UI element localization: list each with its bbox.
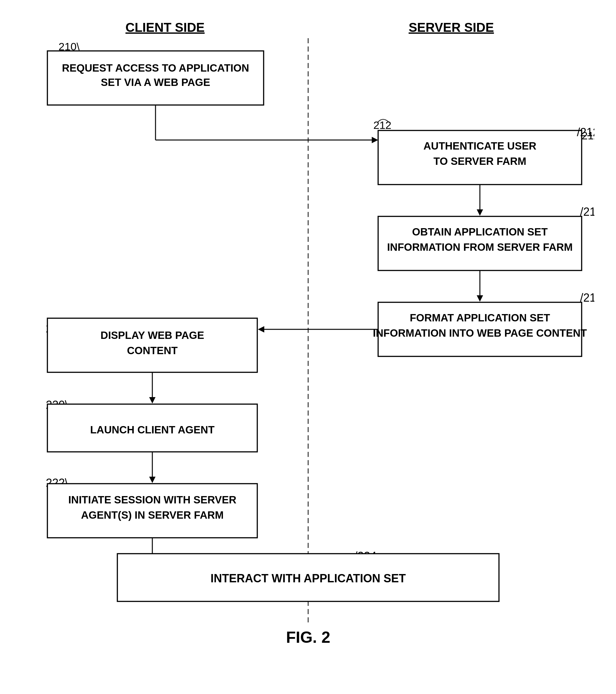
text-212-line2: TO SERVER FARM: [433, 155, 526, 167]
client-side-header: CLIENT SIDE: [125, 20, 205, 34]
text-220: LAUNCH CLIENT AGENT: [90, 424, 214, 436]
step-label-212: /212: [577, 126, 594, 139]
arrowhead-to-212: [372, 137, 378, 143]
text-224: INTERACT WITH APPLICATION SET: [210, 572, 406, 585]
diagram-container: CLIENT SIDE SERVER SIDE 210\ REQUEST ACC…: [22, 13, 594, 681]
fig-label: FIG. 2: [286, 628, 330, 646]
label-212: 212: [373, 119, 391, 131]
text-210-line2: SET VIA A WEB PAGE: [100, 76, 210, 88]
text-216-line1: FORMAT APPLICATION SET: [410, 312, 550, 324]
text-210-line1: REQUEST ACCESS TO APPLICATION: [62, 62, 249, 74]
text-216-line2: INFORMATION INTO WEB PAGE CONTENT: [373, 327, 587, 339]
text-222-line1: INITIATE SESSION WITH SERVER: [68, 494, 236, 506]
arrowhead-214-216: [477, 295, 483, 302]
arrowhead-218-220: [149, 397, 155, 403]
text-218-line2: CONTENT: [127, 345, 178, 357]
arrowhead-220-222: [149, 477, 155, 483]
text-218-line1: DISPLAY WEB PAGE: [100, 329, 204, 341]
arrowhead-to-218: [258, 326, 264, 332]
text-214-line2: INFORMATION FROM SERVER FARM: [387, 241, 573, 253]
flowchart-svg: CLIENT SIDE SERVER SIDE 210\ REQUEST ACC…: [22, 13, 594, 681]
server-side-header: SERVER SIDE: [408, 20, 493, 34]
text-212-line1: AUTHENTICATE USER: [423, 140, 536, 152]
arrowhead-212-214: [477, 209, 483, 216]
text-222-line2: AGENT(S) IN SERVER FARM: [81, 509, 224, 521]
text-214-line1: OBTAIN APPLICATION SET: [412, 226, 548, 238]
